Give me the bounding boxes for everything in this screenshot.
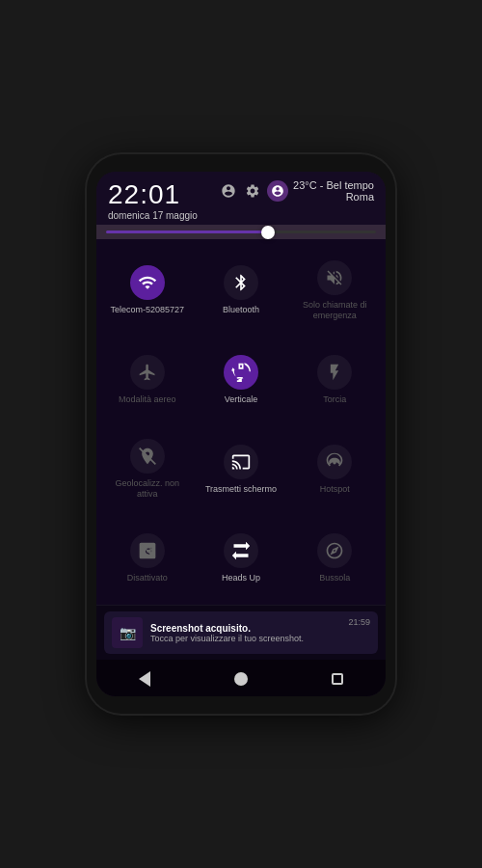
rotation-icon (224, 355, 258, 390)
phone-device: 22:01 domenica 17 maggio (87, 154, 395, 714)
notification-body: Tocca per visualizzare il tuo screenshot… (150, 634, 340, 643)
home-button[interactable] (228, 665, 254, 692)
torch-icon (317, 355, 352, 390)
qs-item-cast[interactable]: Trasmetti schermo (194, 421, 287, 516)
clock: 22:01 (108, 179, 198, 210)
brightness-fill (106, 231, 268, 233)
time-date-block: 22:01 domenica 17 maggio (108, 179, 198, 221)
settings-icon-1[interactable] (219, 181, 238, 201)
wifi-icon (130, 265, 165, 300)
back-icon (139, 671, 150, 687)
qs-label-wifi: Telecom-52085727 (110, 305, 184, 315)
qs-label-torch: Torcia (323, 394, 346, 405)
qs-label-bluetooth: Bluetooth (223, 305, 259, 315)
nfc-icon (130, 533, 165, 568)
notification-content: Screenshot acquisito. Tocca per visualiz… (150, 623, 340, 643)
qs-label-airplane: Modalità aereo (119, 394, 176, 405)
qs-item-nfc[interactable]: Disattivato (100, 517, 194, 601)
qs-item-torch[interactable]: Torcia (288, 338, 382, 421)
headsup-icon (224, 533, 258, 568)
qs-item-rotation[interactable]: Verticale (194, 338, 287, 421)
qs-item-wifi[interactable]: Telecom-52085727 (100, 243, 194, 338)
header-area: 22:01 domenica 17 maggio (96, 172, 386, 225)
qs-item-compass[interactable]: Bussola (288, 517, 382, 601)
recents-button[interactable] (324, 665, 351, 692)
compass-icon (317, 533, 352, 568)
qs-label-hotspot: Hotspot (320, 484, 350, 495)
brightness-thumb[interactable] (261, 226, 275, 239)
notification-title: Screenshot acquisito. (150, 623, 340, 634)
quick-settings-grid: Telecom-52085727 Bluetooth Solo chiamate… (96, 239, 386, 605)
qs-item-headsup[interactable]: Heads Up (194, 517, 287, 601)
qs-item-airplane[interactable]: Modalità aereo (100, 338, 194, 421)
weather-block: 23°C - Bel tempo Roma (293, 179, 374, 203)
header-top: 22:01 domenica 17 maggio (108, 179, 374, 221)
qs-item-silent[interactable]: Solo chiamate di emergenza (288, 243, 382, 338)
qs-item-bluetooth[interactable]: Bluetooth (194, 243, 287, 338)
notification-area: 📷 Screenshot acquisito. Tocca per visual… (96, 605, 386, 660)
avatar[interactable] (267, 180, 288, 202)
back-button[interactable] (131, 665, 158, 692)
notification-card[interactable]: 📷 Screenshot acquisito. Tocca per visual… (104, 611, 378, 654)
qs-item-hotspot[interactable]: Hotspot (288, 421, 382, 516)
qs-label-headsup: Heads Up (222, 573, 260, 583)
bluetooth-icon (224, 265, 258, 300)
status-icons: 23°C - Bel tempo Roma (219, 179, 374, 203)
nav-bar (96, 660, 386, 696)
date: domenica 17 maggio (108, 210, 198, 221)
silent-icon (317, 260, 352, 295)
brightness-track[interactable] (106, 231, 376, 233)
airplane-icon (130, 355, 165, 390)
notification-time: 21:59 (348, 617, 370, 627)
phone-screen: 22:01 domenica 17 maggio (96, 172, 386, 696)
qs-label-silent: Solo chiamate di emergenza (292, 300, 378, 321)
qs-item-location[interactable]: Geolocalizz. non attiva (100, 421, 194, 516)
hotspot-icon (317, 445, 352, 479)
qs-label-compass: Bussola (319, 573, 350, 583)
gear-icon[interactable] (243, 181, 262, 201)
cast-icon (224, 445, 258, 479)
qs-label-nfc: Disattivato (127, 573, 168, 583)
qs-label-location: Geolocalizz. non attiva (104, 478, 190, 500)
location-icon (130, 439, 165, 474)
weather-temp: 23°C - Bel tempo (293, 179, 374, 191)
weather-city: Roma (293, 191, 374, 203)
qs-label-rotation: Verticale (225, 394, 258, 405)
notification-thumb: 📷 (112, 617, 143, 648)
brightness-slider-bar (96, 225, 386, 239)
home-icon (234, 672, 248, 686)
recents-icon (332, 673, 343, 685)
qs-label-cast: Trasmetti schermo (205, 484, 277, 495)
